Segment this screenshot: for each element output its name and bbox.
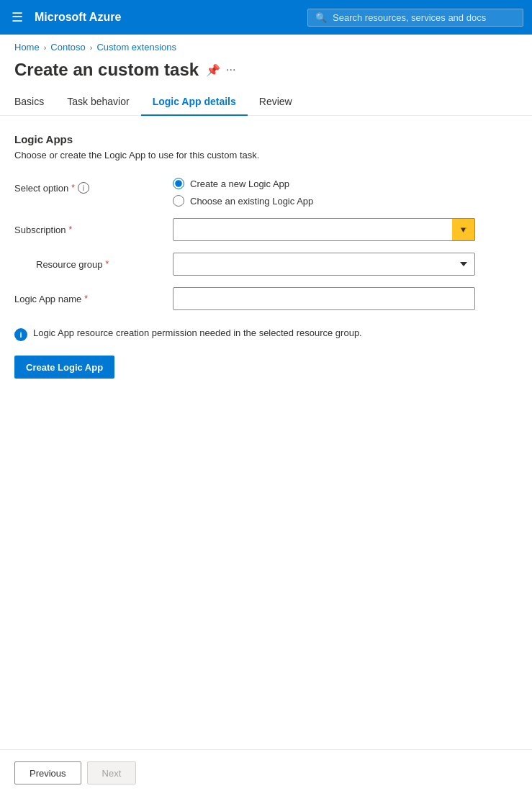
select-option-controls: Create a new Logic App Choose an existin… xyxy=(173,178,518,207)
breadcrumb: Home › Contoso › Custom extensions xyxy=(0,35,532,57)
radio-create-new-input[interactable] xyxy=(173,178,184,189)
logic-app-name-required: * xyxy=(84,294,88,304)
page-title-actions: 📌 ··· xyxy=(206,63,235,77)
breadcrumb-custom-extensions[interactable]: Custom extensions xyxy=(96,42,176,53)
search-icon: 🔍 xyxy=(315,12,327,23)
tab-logic-app-details[interactable]: Logic App details xyxy=(141,89,248,116)
logic-app-name-row: Logic App name * xyxy=(14,287,518,310)
search-bar[interactable]: 🔍 Search resources, services and docs xyxy=(307,9,523,27)
subscription-dropdown[interactable] xyxy=(173,218,475,241)
info-notice-icon: i xyxy=(14,328,27,341)
resource-group-row: Resource group * xyxy=(14,253,518,276)
subscription-dropdown-wrapper: ▼ xyxy=(173,218,475,241)
subscription-dropdown-btn[interactable]: ▼ xyxy=(452,218,475,241)
resource-group-dropdown[interactable] xyxy=(173,253,475,276)
app-title: Microsoft Azure xyxy=(35,11,121,24)
tabs-navigation: Basics Task behavior Logic App details R… xyxy=(0,89,532,116)
radio-choose-existing[interactable]: Choose an existing Logic App xyxy=(173,195,518,207)
select-option-required: * xyxy=(71,183,75,193)
subscription-row: Subscription * ▼ xyxy=(14,218,518,241)
page-title: Create an custom task xyxy=(14,60,199,80)
info-notice: i Logic App resource creation permission… xyxy=(14,327,518,341)
tab-basics[interactable]: Basics xyxy=(14,89,55,116)
radio-choose-existing-input[interactable] xyxy=(173,195,184,207)
next-button[interactable]: Next xyxy=(87,761,137,784)
subscription-required: * xyxy=(69,225,73,235)
logic-app-name-input[interactable] xyxy=(173,287,475,310)
resource-group-required: * xyxy=(106,259,109,269)
breadcrumb-home[interactable]: Home xyxy=(14,42,40,53)
pin-icon[interactable]: 📌 xyxy=(206,63,220,77)
resource-group-label: Resource group * xyxy=(14,259,173,270)
select-option-info-icon[interactable]: i xyxy=(78,182,89,194)
more-options-icon[interactable]: ··· xyxy=(226,63,235,76)
top-navigation: ☰ Microsoft Azure 🔍 Search resources, se… xyxy=(0,0,532,35)
radio-create-new-label: Create a new Logic App xyxy=(190,178,289,189)
search-placeholder: Search resources, services and docs xyxy=(333,12,486,23)
tab-task-behavior[interactable]: Task behavior xyxy=(55,89,140,116)
breadcrumb-sep-1: › xyxy=(44,43,47,52)
hamburger-menu-icon[interactable]: ☰ xyxy=(9,6,26,28)
resource-group-dropdown-wrapper xyxy=(173,253,475,276)
page-title-row: Create an custom task 📌 ··· xyxy=(0,57,532,89)
create-logic-app-button[interactable]: Create Logic App xyxy=(14,356,114,379)
main-content: Logic Apps Choose or create the Logic Ap… xyxy=(0,116,532,749)
breadcrumb-contoso[interactable]: Contoso xyxy=(50,42,85,53)
bottom-navigation-bar: Previous Next xyxy=(0,749,532,796)
chevron-down-icon: ▼ xyxy=(459,225,467,234)
section-description: Choose or create the Logic App to use fo… xyxy=(14,150,518,160)
radio-create-new[interactable]: Create a new Logic App xyxy=(173,178,518,189)
select-option-row: Select option * i Create a new Logic App… xyxy=(14,178,518,207)
subscription-label: Subscription * xyxy=(14,225,173,235)
previous-button[interactable]: Previous xyxy=(14,761,81,784)
radio-choose-existing-label: Choose an existing Logic App xyxy=(190,196,313,207)
logic-app-name-label: Logic App name * xyxy=(14,294,173,304)
select-option-label: Select option * i xyxy=(14,178,173,194)
section-title: Logic Apps xyxy=(14,133,518,145)
info-notice-text: Logic App resource creation permission n… xyxy=(33,327,362,338)
breadcrumb-sep-2: › xyxy=(90,43,93,52)
tab-review[interactable]: Review xyxy=(248,89,304,116)
